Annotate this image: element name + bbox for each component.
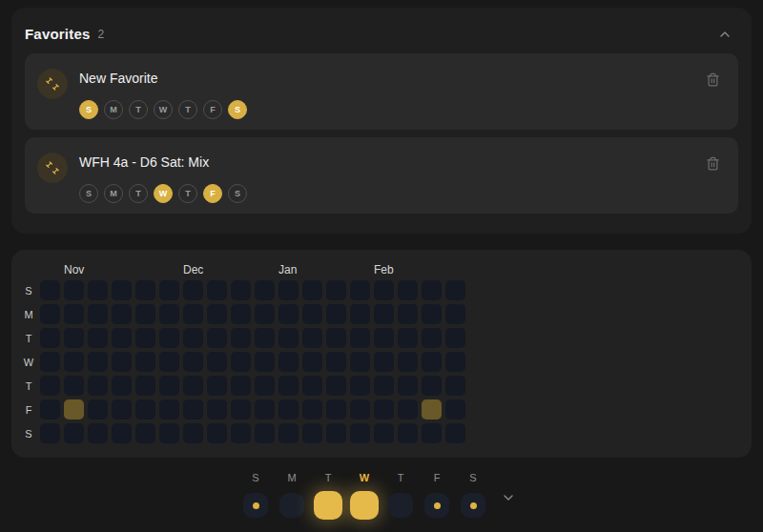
day-toggle-dot[interactable]: [461, 493, 485, 518]
week-strip-day-m: M: [274, 471, 310, 522]
calendar-cell: [207, 328, 227, 348]
calendar-cell: [40, 376, 60, 396]
calendar-cell: [255, 423, 275, 443]
calendar-cell: [350, 304, 370, 324]
week-strip-square-wrap: [461, 488, 485, 522]
calendar-cell: [88, 399, 108, 419]
day-toggle-empty[interactable]: [388, 493, 413, 518]
day-toggle-active[interactable]: [350, 491, 379, 520]
calendar-cell: [183, 399, 203, 419]
calendar-row-label: F: [19, 404, 38, 416]
calendar-heatmap-panel: NovDecJanFeb SMTWTFS: [11, 250, 752, 458]
calendar-cell: [255, 376, 275, 396]
day-circle-w: W: [154, 100, 173, 119]
calendar-cell: [326, 304, 346, 324]
calendar-cell: [350, 328, 370, 348]
calendar-cell: [445, 304, 465, 324]
calendar-cell: [88, 328, 108, 348]
calendar-cell: [302, 399, 322, 419]
calendar-cell: [159, 423, 179, 443]
calendar-cell: [445, 280, 465, 300]
week-strip-day-t: T: [310, 471, 346, 522]
scheduled-dot: [434, 502, 441, 509]
day-circle-s: S: [228, 100, 247, 119]
calendar-cell: [350, 376, 370, 396]
calendar-cell: [326, 376, 346, 396]
calendar-cell: [88, 304, 108, 324]
chevron-down-icon[interactable]: [501, 490, 516, 505]
calendar-row-0: S: [19, 280, 469, 300]
calendar-cell: [302, 304, 322, 324]
day-circle-t: T: [129, 184, 148, 203]
calendar-cell: [302, 423, 322, 443]
day-circle-t: T: [178, 184, 197, 203]
favorite-card[interactable]: New Favorite SMTWTFS: [25, 53, 738, 130]
calendar-cell: [135, 280, 155, 300]
calendar-cell: [398, 304, 418, 324]
favorites-header: Favorites 2: [11, 8, 752, 53]
favorite-days: SMTWTFS: [79, 100, 247, 119]
favorites-title: Favorites: [25, 26, 91, 42]
week-strip-label: S: [252, 471, 258, 484]
calendar-cell: [445, 423, 465, 443]
calendar-grid: SMTWTFS: [19, 280, 469, 447]
week-strip-square-wrap: [388, 488, 413, 522]
calendar-cell: [326, 280, 346, 300]
calendar-cell: [255, 352, 275, 372]
calendar-cell: [422, 423, 442, 443]
day-toggle-empty[interactable]: [279, 493, 304, 518]
calendar-cell: [231, 304, 251, 324]
delete-favorite-button[interactable]: [706, 72, 721, 87]
calendar-cell: [374, 304, 394, 324]
day-circle-f: F: [203, 184, 222, 203]
week-strip-label: M: [287, 471, 296, 484]
chevron-up-icon[interactable]: [717, 27, 732, 42]
calendar-cell: [350, 399, 370, 419]
week-strip-day-s: S: [455, 471, 491, 522]
calendar-cell: [302, 328, 322, 348]
month-label-nov: Nov: [64, 263, 84, 276]
calendar-cell: [40, 280, 60, 300]
calendar-cell: [207, 352, 227, 372]
calendar-cell: [350, 423, 370, 443]
day-toggle-dot[interactable]: [424, 493, 449, 518]
calendar-cell: [40, 423, 60, 443]
week-strip-day-f: F: [419, 471, 455, 522]
calendar-cell: [112, 352, 132, 372]
month-label-jan: Jan: [278, 263, 297, 276]
calendar-cell: [159, 304, 179, 324]
week-strip-day-s: S: [237, 471, 274, 522]
delete-favorite-button[interactable]: [706, 155, 721, 171]
calendar-cell: [88, 423, 108, 443]
calendar-cell: [207, 399, 227, 419]
calendar-cell: [374, 376, 394, 396]
calendar-row-label: M: [19, 309, 38, 320]
calendar-cell: [398, 423, 418, 443]
calendar-cell: [326, 399, 346, 419]
calendar-cell: [374, 352, 394, 372]
day-toggle-dot[interactable]: [243, 493, 268, 518]
day-toggle-active[interactable]: [314, 491, 342, 520]
calendar-cell: [374, 328, 394, 348]
calendar-cell: [255, 304, 275, 324]
calendar-cell: [207, 376, 227, 396]
calendar-cell: [231, 423, 251, 443]
favorites-count: 2: [98, 28, 105, 41]
calendar-cell: [445, 399, 465, 419]
calendar-cell: [374, 399, 394, 419]
day-circle-t: T: [178, 100, 197, 119]
favorite-avatar: [37, 153, 68, 183]
calendar-cell: [278, 352, 299, 372]
calendar-cell: [398, 352, 418, 372]
week-strip-label: W: [360, 471, 369, 484]
calendar-row-label: T: [19, 380, 38, 392]
calendar-cell: [112, 399, 132, 419]
calendar-cell: [183, 280, 203, 300]
trash-icon: [706, 72, 720, 87]
calendar-cell-highlighted: [422, 399, 442, 419]
calendar-cell: [398, 399, 418, 419]
calendar-cell: [135, 423, 155, 443]
calendar-cell: [278, 280, 299, 300]
scheduled-dot: [253, 502, 259, 509]
favorite-card[interactable]: WFH 4a - D6 Sat: Mix SMTWTFS: [25, 137, 738, 214]
